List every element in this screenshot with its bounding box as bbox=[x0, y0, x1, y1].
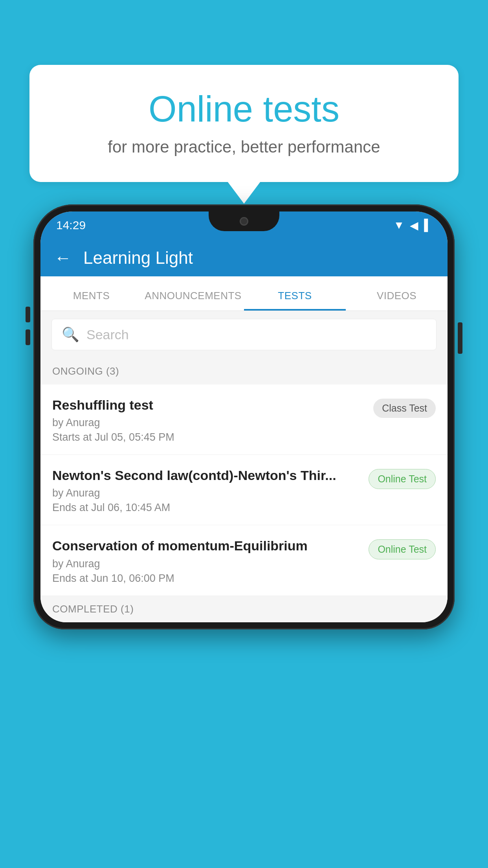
test-time-1: Starts at Jul 05, 05:45 PM bbox=[52, 431, 365, 443]
test-author-1: by Anurag bbox=[52, 417, 365, 429]
tabs-bar: MENTS ANNOUNCEMENTS TESTS VIDEOS bbox=[40, 276, 448, 311]
tab-announcements[interactable]: ANNOUNCEMENTS bbox=[142, 290, 244, 311]
phone-left-buttons bbox=[26, 307, 30, 345]
ongoing-label: ONGOING (3) bbox=[52, 365, 119, 377]
search-container: 🔍 Search bbox=[40, 311, 448, 358]
test-name-2: Newton's Second law(contd)-Newton's Thir… bbox=[52, 467, 361, 484]
test-author-3: by Anurag bbox=[52, 558, 361, 570]
status-bar: 14:29 ▼ ◀ ▌ bbox=[40, 211, 448, 239]
wifi-icon: ▼ bbox=[393, 219, 404, 232]
phone-frame: 14:29 ▼ ◀ ▌ ← Learning Light MENTS ANNOU… bbox=[33, 204, 455, 868]
badge-online-test-3: Online Test bbox=[369, 539, 436, 559]
test-list: Reshuffling test by Anurag Starts at Jul… bbox=[40, 384, 448, 596]
test-item-1[interactable]: Reshuffling test by Anurag Starts at Jul… bbox=[40, 384, 448, 455]
badge-class-test-1: Class Test bbox=[373, 399, 436, 418]
status-time: 14:29 bbox=[56, 219, 86, 232]
front-camera bbox=[240, 217, 248, 226]
test-author-2: by Anurag bbox=[52, 487, 361, 499]
test-item-3[interactable]: Conservation of momentum-Equilibrium by … bbox=[40, 525, 448, 596]
ongoing-section-header: ONGOING (3) bbox=[40, 358, 448, 384]
tab-ments[interactable]: MENTS bbox=[40, 290, 142, 311]
completed-section-header: COMPLETED (1) bbox=[40, 596, 448, 622]
back-button[interactable]: ← bbox=[54, 248, 72, 268]
tab-videos[interactable]: VIDEOS bbox=[346, 290, 448, 311]
test-name-1: Reshuffling test bbox=[52, 396, 365, 414]
signal-icon: ◀ bbox=[410, 219, 418, 232]
completed-label: COMPLETED (1) bbox=[52, 603, 134, 615]
battery-icon: ▌ bbox=[424, 219, 432, 232]
test-info-1: Reshuffling test by Anurag Starts at Jul… bbox=[52, 396, 373, 443]
search-icon: 🔍 bbox=[62, 326, 79, 343]
test-time-2: Ends at Jul 06, 10:45 AM bbox=[52, 502, 361, 514]
volume-down-button bbox=[26, 329, 30, 345]
badge-online-test-2: Online Test bbox=[369, 469, 436, 489]
notch bbox=[209, 211, 279, 231]
bubble-subtitle: for more practice, better performance bbox=[57, 138, 431, 156]
app-title: Learning Light bbox=[83, 248, 193, 268]
search-bar[interactable]: 🔍 Search bbox=[51, 319, 437, 350]
bubble-title: Online tests bbox=[57, 88, 431, 130]
test-info-2: Newton's Second law(contd)-Newton's Thir… bbox=[52, 467, 369, 514]
power-button bbox=[458, 322, 462, 354]
app-header: ← Learning Light bbox=[40, 239, 448, 276]
test-name-3: Conservation of momentum-Equilibrium bbox=[52, 537, 361, 554]
search-placeholder: Search bbox=[86, 327, 129, 342]
test-time-3: Ends at Jun 10, 06:00 PM bbox=[52, 572, 361, 585]
test-info-3: Conservation of momentum-Equilibrium by … bbox=[52, 537, 369, 584]
tab-tests[interactable]: TESTS bbox=[244, 290, 346, 311]
status-icons: ▼ ◀ ▌ bbox=[393, 219, 432, 232]
promo-bubble: Online tests for more practice, better p… bbox=[29, 65, 459, 182]
volume-up-button bbox=[26, 307, 30, 322]
test-item-2[interactable]: Newton's Second law(contd)-Newton's Thir… bbox=[40, 455, 448, 525]
